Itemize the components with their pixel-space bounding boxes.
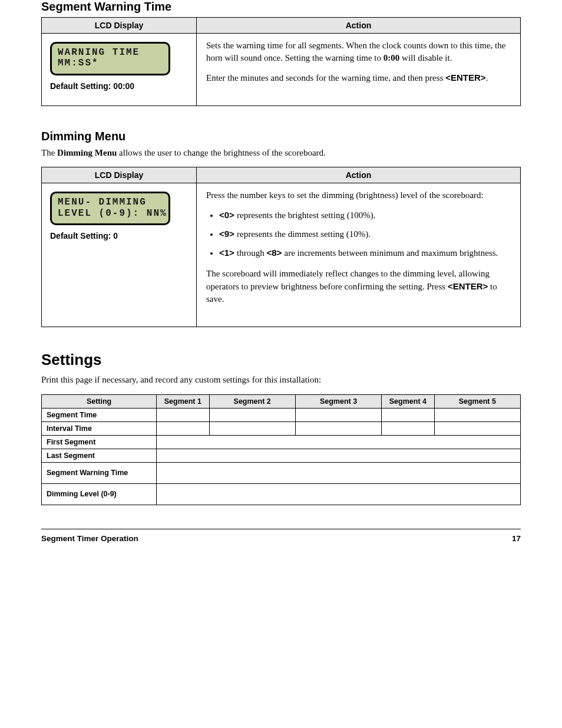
list-item: <0> represents the brightest setting (10… [219,209,511,222]
dimming-default-label: Default Setting: 0 [50,231,188,241]
settings-worksheet-table: Setting Segment 1 Segment 2 Segment 3 Se… [41,394,521,505]
col-lcd-header: LCD Display [42,167,197,183]
warning-time-table: LCD Display Action WARNING TIME MM:SS* D… [41,17,521,106]
hdr-seg4: Segment 4 [382,394,434,408]
settings-intro: Print this page if necessary, and record… [41,374,521,386]
warning-time-lcd: WARNING TIME MM:SS* [50,42,170,75]
warning-para-1: Sets the warning time for all segments. … [206,39,511,64]
page-footer: Segment Timer Operation 17 [41,533,521,566]
dimming-table: LCD Display Action MENU- DIMMING LEVEL (… [41,167,521,327]
footer-rule [41,529,521,529]
table-row: Dimming Level (0-9) [42,483,521,505]
dimming-para-1: Press the number keys to set the dimming… [206,189,511,202]
settings-heading: Settings [41,351,521,369]
segment-warning-heading: Segment Warning Time [41,0,521,14]
dimming-lcd: MENU- DIMMING LEVEL (0-9): NN% [50,192,170,225]
col-action-header: Action [197,167,521,183]
list-item: <1> through <8> are increments between m… [219,246,511,259]
hdr-seg5: Segment 5 [434,394,520,408]
table-row: Segment Warning Time [42,462,521,483]
col-action-header: Action [197,18,521,34]
dimming-intro: The Dimming Menu allows the user to chan… [41,147,521,159]
dimming-para-2: The scoreboard will immediately reflect … [206,268,511,305]
footer-right: 17 [512,534,521,543]
hdr-setting: Setting [42,394,157,408]
table-row: Segment Time [42,408,521,421]
warning-default-label: Default Setting: 00:00 [50,81,188,91]
table-row: Last Segment [42,449,521,462]
hdr-seg3: Segment 3 [295,394,381,408]
col-lcd-header: LCD Display [42,18,197,34]
footer-left: Segment Timer Operation [41,534,138,543]
table-row: Interval Time [42,421,521,435]
dimming-level-list: <0> represents the brightest setting (10… [206,209,511,259]
hdr-seg1: Segment 1 [157,394,209,408]
table-row: First Segment [42,435,521,449]
list-item: <9> represents the dimmest setting (10%)… [219,228,511,241]
dimming-heading: Dimming Menu [41,130,521,143]
warning-para-2: Enter the minutes and seconds for the wa… [206,71,511,84]
hdr-seg2: Segment 2 [209,394,295,408]
